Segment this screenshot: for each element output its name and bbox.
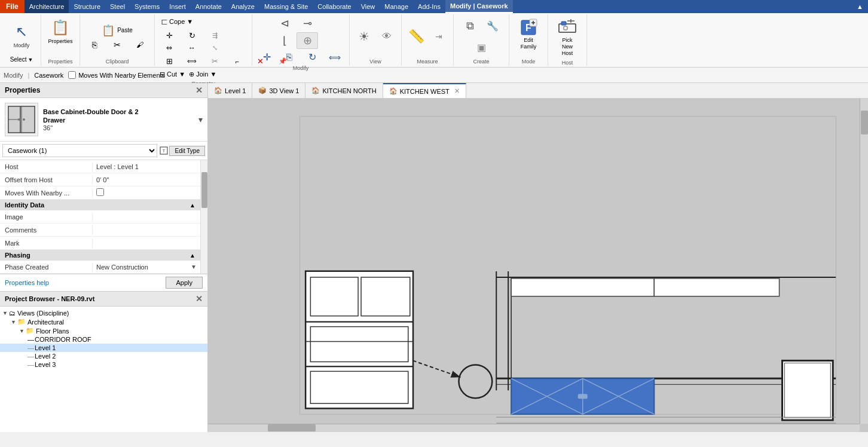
mirror-pick-button[interactable]: ⟺ bbox=[324, 50, 346, 64]
edit-family-button[interactable]: F EditFamily bbox=[513, 16, 544, 53]
menu-addins[interactable]: Add-Ins bbox=[413, 0, 445, 13]
category-select[interactable]: Casework (1) bbox=[2, 144, 157, 157]
moves-with-nearby-checkbox[interactable] bbox=[68, 71, 76, 79]
menu-systems[interactable]: Systems bbox=[130, 0, 164, 13]
edit-type-button[interactable]: Edit Type bbox=[169, 146, 205, 156]
vertical-scrollbar-thumb[interactable] bbox=[861, 111, 868, 134]
resize-button[interactable]: ↔ bbox=[181, 42, 203, 53]
menu-expand[interactable]: ▲ bbox=[852, 0, 868, 13]
properties-button[interactable]: 📋 Properties bbox=[45, 16, 76, 47]
browser-close-button[interactable]: ✕ bbox=[195, 294, 203, 304]
tree-level2[interactable]: — Level 2 bbox=[0, 352, 207, 360]
menu-massing[interactable]: Massing & Site bbox=[259, 0, 313, 13]
cope-button[interactable]: ⊏ Cope ▼ bbox=[158, 16, 195, 27]
horizontal-scrollbar-thumb[interactable] bbox=[268, 424, 316, 431]
split-button[interactable]: ✂ bbox=[204, 56, 225, 67]
similar-button[interactable]: ⧉ bbox=[459, 19, 481, 33]
rotate-tool-button[interactable]: ↻ bbox=[301, 50, 323, 64]
svg-point-15 bbox=[18, 118, 20, 121]
tree-level3[interactable]: — Level 3 bbox=[0, 360, 207, 369]
tab-kitchen-north[interactable]: 🏠 KITCHEN NORTH bbox=[305, 83, 383, 98]
menu-structure[interactable]: Structure bbox=[69, 0, 105, 13]
cut-button[interactable]: ✂ bbox=[106, 39, 128, 51]
tree-arch-icon: 📁 bbox=[17, 318, 26, 326]
copy-button[interactable]: ⎘ bbox=[84, 39, 105, 51]
rotate-button[interactable]: ↻ bbox=[181, 30, 203, 41]
svg-rect-27 bbox=[361, 277, 410, 316]
menu-annotate[interactable]: Annotate bbox=[191, 0, 227, 13]
offset-tool-button[interactable]: ⊕ bbox=[297, 32, 318, 49]
move-tool-button[interactable]: ✛ bbox=[256, 50, 277, 64]
tree-views-label: Views (Discipline) bbox=[17, 310, 69, 317]
properties-help-link[interactable]: Properties help bbox=[5, 279, 49, 286]
select-dropdown[interactable]: Select▼ bbox=[8, 56, 36, 63]
trim-extend-button[interactable]: ⌊ bbox=[274, 32, 295, 49]
section-phasing-arrow[interactable]: ▲ bbox=[190, 252, 195, 259]
align-modify-button[interactable]: ⊲ bbox=[274, 16, 295, 31]
array-button[interactable]: ⊞ bbox=[158, 56, 180, 67]
spot-elevation-button[interactable]: ⇥ bbox=[428, 30, 450, 42]
menu-insert[interactable]: Insert bbox=[164, 0, 191, 13]
props-scrollbar[interactable] bbox=[200, 160, 207, 274]
tab-3d-view1[interactable]: 📦 3D View 1 bbox=[252, 83, 305, 98]
vertical-scrollbar[interactable] bbox=[860, 99, 868, 424]
menu-manage[interactable]: Manage bbox=[380, 0, 413, 13]
horizontal-scrollbar[interactable] bbox=[208, 424, 860, 432]
split-element-button[interactable]: ⊸ bbox=[297, 16, 318, 31]
section-identity-arrow[interactable]: ▲ bbox=[190, 202, 195, 209]
edit-family-label: EditFamily bbox=[521, 37, 537, 50]
tree-level2-label: Level 2 bbox=[35, 353, 56, 360]
apply-button[interactable]: Apply bbox=[166, 277, 203, 289]
menu-bar: File Architecture Structure Steel System… bbox=[0, 0, 868, 13]
tree-expand-arrow[interactable]: ▼ bbox=[2, 310, 8, 316]
measure-button[interactable]: 📏 bbox=[405, 27, 427, 45]
join-button[interactable]: ⊕ Join ▼ bbox=[188, 69, 218, 79]
phase-dropdown-arrow[interactable]: ▼ bbox=[191, 264, 197, 270]
move-button[interactable]: ✛ bbox=[158, 30, 180, 41]
hide-element-button[interactable]: ☀ bbox=[353, 28, 375, 45]
menu-architecture[interactable]: Architecture bbox=[25, 0, 69, 13]
family-dropdown-button[interactable]: ▾ bbox=[198, 115, 203, 124]
edit-type-icon: T bbox=[160, 146, 168, 155]
menu-steel[interactable]: Steel bbox=[105, 0, 130, 13]
tree-architectural[interactable]: ▼ 📁 Architectural bbox=[0, 317, 207, 326]
menu-modify-casework[interactable]: Modify | Casework bbox=[445, 0, 513, 13]
create-button[interactable]: 🔧 bbox=[482, 19, 503, 33]
align-button[interactable]: ⟺ bbox=[181, 56, 203, 67]
tree-views-discipline[interactable]: ▼ 🗂 Views (Discipline) bbox=[0, 309, 207, 317]
view-group-label: View bbox=[369, 57, 381, 65]
menu-collaborate[interactable]: Collaborate bbox=[313, 0, 356, 13]
copy-tool-button[interactable]: ⎘ bbox=[279, 50, 300, 64]
tree-fp-arrow[interactable]: ▼ bbox=[19, 328, 25, 334]
mirror-button[interactable]: ⇔ bbox=[158, 42, 180, 53]
prop-value-mark bbox=[93, 242, 200, 244]
tab-3d-icon: 📦 bbox=[258, 87, 267, 94]
tree-corridor-roof[interactable]: — CORRIDOR ROOF bbox=[0, 335, 207, 344]
trim-button[interactable]: ⌐ bbox=[227, 56, 248, 67]
file-menu[interactable]: File bbox=[0, 0, 25, 13]
tree-level1[interactable]: — Level 1 bbox=[0, 344, 207, 352]
format-painter-button[interactable]: 🖌 bbox=[129, 39, 151, 51]
props-scrollbar-thumb[interactable] bbox=[201, 172, 207, 208]
menu-analyze[interactable]: Analyze bbox=[227, 0, 259, 13]
properties-close-button[interactable]: ✕ bbox=[195, 85, 203, 95]
tab-kn-label: KITCHEN NORTH bbox=[322, 87, 376, 94]
moves-nearby-checkbox[interactable] bbox=[96, 188, 104, 196]
ribbon-group-measure: 📏 ⇥ Measure bbox=[402, 14, 454, 66]
scale-button[interactable]: ⤡ bbox=[204, 42, 225, 53]
tab-kitchen-west[interactable]: 🏠 KITCHEN WEST ✕ bbox=[383, 83, 466, 98]
tab-kw-close-button[interactable]: ✕ bbox=[454, 87, 460, 95]
show-hidden-button[interactable]: 👁 bbox=[376, 30, 398, 43]
tree-arch-arrow[interactable]: ▼ bbox=[11, 319, 16, 325]
pick-new-host-button[interactable]: PickNew Host bbox=[552, 16, 583, 59]
paste-button[interactable]: 📋 Paste bbox=[99, 23, 135, 38]
ribbon-group-modify: ⊲ ⊸ ⌊ ⊕ ✛ ⎘ ↻ ⟺ Modify bbox=[252, 14, 350, 66]
select-button[interactable]: ↖ Modify bbox=[6, 20, 37, 51]
menu-view[interactable]: View bbox=[356, 0, 380, 13]
svg-rect-26 bbox=[310, 277, 358, 316]
offset-button[interactable]: ⇶ bbox=[204, 30, 225, 41]
tab-level1[interactable]: 🏠 Level 1 bbox=[208, 83, 252, 98]
group-button[interactable]: ▣ bbox=[470, 41, 492, 54]
tree-floor-plans[interactable]: ▼ 📁 Floor Plans bbox=[0, 326, 207, 335]
canvas-area[interactable] bbox=[208, 99, 868, 432]
